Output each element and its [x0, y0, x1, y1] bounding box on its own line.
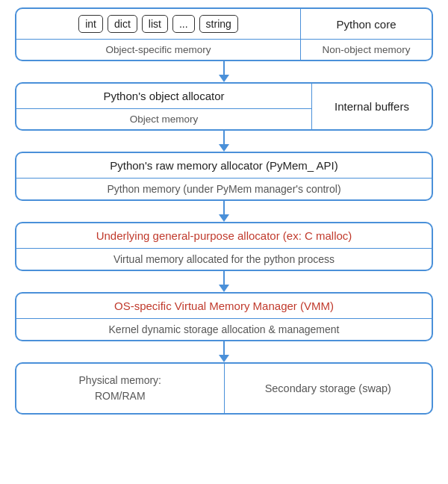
physical-storage-box: Physical memory: ROM/RAM Secondary stora…	[15, 362, 433, 415]
kernel-storage-label: Kernel dynamic storage allocation & mana…	[16, 318, 432, 340]
type-int: int	[78, 15, 103, 33]
arrow-3	[219, 201, 229, 222]
internal-buffers-label: Internal buffers	[327, 91, 417, 122]
secondary-storage-section: Secondary storage (swap)	[225, 364, 432, 413]
python-memory-label: Python memory (under PyMem manager's con…	[16, 178, 432, 199]
vmm-box: OS-specific Virtual Memory Manager (VMM)…	[15, 292, 433, 341]
object-specific-memory-label: Object-specific memory	[16, 39, 300, 60]
python-core-title: Python core	[301, 9, 432, 39]
python-core-section: Python core Non-object memory	[301, 9, 432, 60]
arrow-5	[219, 341, 229, 362]
virtual-memory-label: Virtual memory allocated for the python …	[16, 248, 432, 270]
top-split-box: int dict list ... string Object-specific…	[15, 7, 433, 61]
object-types-section: int dict list ... string Object-specific…	[16, 9, 301, 60]
type-string: string	[199, 15, 238, 33]
memory-diagram: int dict list ... string Object-specific…	[15, 7, 433, 415]
types-row: int dict list ... string	[16, 9, 300, 39]
allocator-box: Python's object allocator Object memory …	[15, 82, 433, 131]
python-core-label: Python core	[336, 18, 396, 31]
secondary-storage-label: Secondary storage (swap)	[265, 382, 391, 394]
type-dict: dict	[108, 15, 137, 33]
arrow-4	[219, 271, 229, 292]
general-allocator-box: Underlying general-purpose allocator (ex…	[15, 222, 433, 271]
vmm-title: OS-specific Virtual Memory Manager (VMM)	[16, 294, 432, 318]
non-object-memory-label: Non-object memory	[301, 39, 432, 60]
allocator-title: Python's object allocator	[16, 84, 311, 108]
general-allocator-title: Underlying general-purpose allocator (ex…	[16, 223, 432, 248]
arrow-2	[219, 131, 229, 152]
raw-allocator-box: Python's raw memory allocator (PyMem_ AP…	[15, 152, 433, 201]
allocator-left: Python's object allocator Object memory	[16, 84, 312, 129]
arrow-1	[219, 61, 229, 82]
raw-allocator-title: Python's raw memory allocator (PyMem_ AP…	[16, 153, 432, 178]
type-ellipsis: ...	[172, 15, 195, 33]
physical-memory-text: Physical memory: ROM/RAM	[79, 374, 161, 402]
internal-buffers-section: Internal buffers	[312, 84, 432, 129]
physical-memory-section: Physical memory: ROM/RAM	[16, 364, 225, 413]
type-list: list	[142, 15, 168, 33]
object-memory-label: Object memory	[16, 108, 311, 129]
physical-memory-label: Physical memory: ROM/RAM	[79, 373, 161, 404]
